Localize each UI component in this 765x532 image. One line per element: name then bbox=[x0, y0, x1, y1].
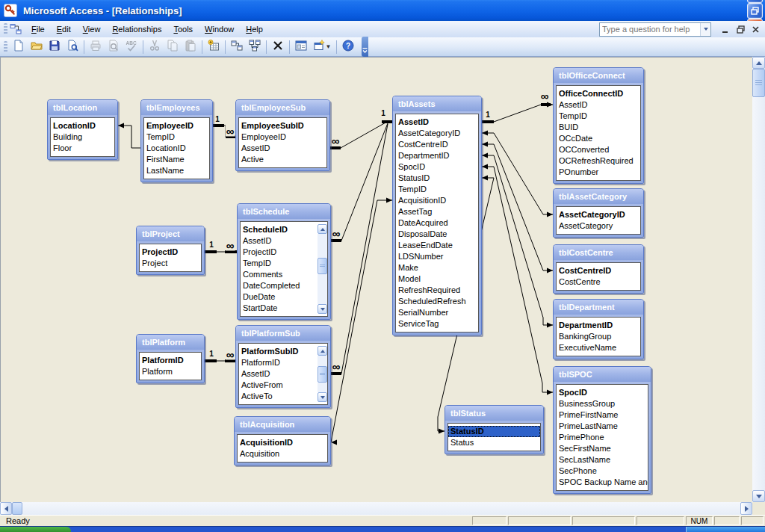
relationships-canvas[interactable]: 1∞∞1∞∞1∞1∞1∞tblLocationLocationIDBuildin… bbox=[0, 57, 752, 502]
field-tblOfficeConnect-OCcDate[interactable]: OCcDate bbox=[557, 133, 640, 144]
field-tblEmployees-LocationID[interactable]: LocationID bbox=[144, 143, 209, 154]
vertical-scrollbar[interactable] bbox=[752, 57, 765, 502]
save-button[interactable] bbox=[46, 39, 64, 55]
field-tblSPOC-PrimePhone[interactable]: PrimePhone bbox=[557, 432, 648, 443]
field-tblOfficeConnect-OCConverted[interactable]: OCConverted bbox=[557, 144, 640, 155]
field-tblSchedule-ProjectID[interactable]: ProjectID bbox=[241, 247, 317, 258]
mdi-restore-button[interactable] bbox=[734, 23, 747, 35]
table-header[interactable]: tblCostCentre bbox=[554, 245, 643, 260]
field-tblProject-ProjectID[interactable]: ProjectID bbox=[140, 247, 201, 258]
new-object-button[interactable]: ▼ bbox=[310, 39, 334, 55]
field-tblOfficeConnect-TempID[interactable]: TempID bbox=[557, 111, 640, 122]
relationship-line[interactable] bbox=[482, 155, 553, 325]
field-tblSPOC-SPOC-Backup-Name-and[interactable]: SPOC Backup Name and bbox=[557, 477, 648, 488]
field-tblDepartment-BankingGroup[interactable]: BankingGroup bbox=[557, 331, 640, 342]
field-tblOfficeConnect-OCRefreshRequired[interactable]: OCRefreshRequired bbox=[557, 155, 640, 167]
field-tblPlatformSub-PlatformSubID[interactable]: PlatformSubID bbox=[239, 346, 317, 357]
help-button[interactable]: ? bbox=[339, 39, 357, 55]
show-table-button[interactable] bbox=[205, 39, 223, 55]
field-tblDepartment-DepartmentID[interactable]: DepartmentID bbox=[557, 320, 640, 331]
field-tblAssets-SpocID[interactable]: SpocID bbox=[396, 161, 478, 173]
table-tblEmployeeSub[interactable]: tblEmployeeSubEmployeeSubIDEmployeeIDAss… bbox=[235, 99, 330, 171]
field-tblAssets-Make[interactable]: Make bbox=[396, 262, 478, 273]
field-tblSchedule-StartDate[interactable]: StartDate bbox=[241, 303, 317, 314]
menu-window[interactable]: Window bbox=[199, 22, 240, 36]
table-tblSPOC[interactable]: tblSPOCSpocIDBusinessGroupPrimeFirstName… bbox=[553, 366, 651, 494]
field-tblAssetCategory-AssetCategoryID[interactable]: AssetCategoryID bbox=[557, 209, 640, 220]
table-header[interactable]: tblStatus bbox=[445, 406, 543, 421]
table-header[interactable]: tblAssets bbox=[393, 96, 481, 111]
table-header[interactable]: tblDepartment bbox=[554, 300, 643, 315]
table-scroll-up-button[interactable] bbox=[318, 224, 327, 234]
field-tblProject-Project[interactable]: Project bbox=[140, 258, 201, 269]
relationship-line[interactable] bbox=[331, 124, 388, 374]
table-scroll-thumb[interactable] bbox=[318, 258, 327, 274]
field-tblStatus-StatusID[interactable]: StatusID bbox=[448, 426, 540, 437]
show-all-relationships-button[interactable] bbox=[246, 39, 264, 55]
table-tblSchedule[interactable]: tblScheduleScheduleIDAssetIDProjectIDTem… bbox=[237, 203, 331, 320]
relationship-line[interactable] bbox=[482, 133, 553, 214]
table-scroll-track[interactable] bbox=[318, 234, 327, 304]
field-tblEmployees-LastName[interactable]: LastName bbox=[144, 165, 209, 176]
table-tblStatus[interactable]: tblStatusStatusIDStatus bbox=[445, 405, 544, 454]
field-tblAssets-StatusID[interactable]: StatusID bbox=[396, 173, 478, 184]
field-tblAssetCategory-AssetCategory[interactable]: AssetCategory bbox=[557, 220, 640, 232]
table-scroll-down-button[interactable] bbox=[318, 304, 327, 314]
field-tblOfficeConnect-POnumber[interactable]: POnumber bbox=[557, 167, 640, 178]
field-tblLocation-Floor[interactable]: Floor bbox=[51, 143, 114, 154]
table-tblDepartment[interactable]: tblDepartmentDepartmentIDBankingGroupExe… bbox=[553, 299, 644, 359]
question-box[interactable] bbox=[599, 22, 711, 37]
table-tblAssetCategory[interactable]: tblAssetCategoryAssetCategoryIDAssetCate… bbox=[553, 188, 644, 238]
field-tblAssets-DepartmentID[interactable]: DepartmentID bbox=[396, 150, 478, 161]
field-tblEmployeeSub-Active[interactable]: Active bbox=[239, 154, 326, 165]
field-tblSPOC-SpocID[interactable]: SpocID bbox=[557, 387, 648, 398]
relationship-line[interactable] bbox=[482, 105, 553, 122]
field-tblStatus-Status[interactable]: Status bbox=[448, 437, 540, 448]
field-tblPlatformSub-PlatformID[interactable]: PlatformID bbox=[239, 357, 317, 368]
field-tblAssets-DateAcquired[interactable]: DateAcquired bbox=[396, 217, 478, 229]
field-tblOfficeConnect-OfficeConnectID[interactable]: OfficeConnectID bbox=[557, 88, 640, 99]
vertical-scroll-thumb[interactable] bbox=[752, 69, 765, 97]
menu-edit[interactable]: Edit bbox=[51, 22, 77, 36]
menu-tools[interactable]: Tools bbox=[167, 22, 199, 36]
vertical-scroll-track[interactable] bbox=[752, 69, 765, 490]
table-tblCostCentre[interactable]: tblCostCentreCostCentreIDCostCentre bbox=[553, 244, 644, 294]
table-tblPlatform[interactable]: tblPlatformPlatformIDPlatform bbox=[136, 334, 205, 383]
field-tblAcquisition-AcquisitionID[interactable]: AcquisitionID bbox=[238, 437, 327, 448]
table-header[interactable]: tblLocation bbox=[48, 100, 117, 115]
table-header[interactable]: tblPlatform bbox=[137, 335, 204, 350]
field-tblPlatform-PlatformID[interactable]: PlatformID bbox=[140, 355, 201, 366]
mdi-minimize-button[interactable] bbox=[719, 23, 732, 35]
field-tblSchedule-Comments[interactable]: Comments bbox=[241, 269, 317, 280]
field-tblAssets-ScheduledRefresh[interactable]: ScheduledRefresh bbox=[396, 296, 478, 307]
open-folder-button[interactable] bbox=[28, 39, 46, 55]
field-tblAssets-Model[interactable]: Model bbox=[396, 273, 478, 285]
field-tblOfficeConnect-BUID[interactable]: BUID bbox=[557, 122, 640, 133]
field-tblSPOC-BusinessGroup[interactable]: BusinessGroup bbox=[557, 398, 648, 409]
restore-button[interactable] bbox=[747, 3, 763, 19]
table-header[interactable]: tblEmployeeSub bbox=[236, 100, 329, 115]
table-scrollbar[interactable] bbox=[318, 224, 327, 314]
field-tblSchedule-ScheduleID[interactable]: ScheduleID bbox=[241, 224, 317, 235]
menu-file[interactable]: File bbox=[25, 22, 51, 36]
horizontal-scroll-thumb[interactable] bbox=[12, 502, 22, 515]
field-tblCostCentre-CostCentre[interactable]: CostCentre bbox=[557, 276, 640, 288]
field-tblAssets-CostCentreID[interactable]: CostCentreID bbox=[396, 139, 478, 150]
show-direct-relationships-button[interactable] bbox=[228, 39, 246, 55]
table-header[interactable]: tblAcquisition bbox=[235, 417, 330, 432]
menu-help[interactable]: Help bbox=[240, 22, 269, 36]
relationship-line[interactable] bbox=[118, 126, 140, 148]
field-tblSchedule-DateCompleted[interactable]: DateCompleted bbox=[241, 280, 317, 291]
field-tblAssets-TempID[interactable]: TempID bbox=[396, 184, 478, 195]
field-tblPlatformSub-ActiveFrom[interactable]: ActiveFrom bbox=[239, 380, 317, 391]
relationship-line[interactable] bbox=[482, 144, 553, 270]
field-tblEmployeeSub-EmployeeSubID[interactable]: EmployeeSubID bbox=[239, 120, 326, 132]
table-tblLocation[interactable]: tblLocationLocationIDBuildingFloor bbox=[47, 99, 118, 160]
file-search-button[interactable] bbox=[64, 39, 81, 55]
table-tblPlatformSub[interactable]: tblPlatformSubPlatformSubIDPlatformIDAss… bbox=[235, 325, 331, 408]
field-tblAssets-AssetCategoryID[interactable]: AssetCategoryID bbox=[396, 128, 478, 139]
horizontal-scroll-track[interactable] bbox=[12, 502, 740, 515]
menu-view[interactable]: View bbox=[77, 22, 107, 36]
table-scrollbar[interactable] bbox=[318, 346, 327, 402]
field-tblPlatformSub-ActiveTo[interactable]: ActiveTo bbox=[239, 391, 317, 402]
